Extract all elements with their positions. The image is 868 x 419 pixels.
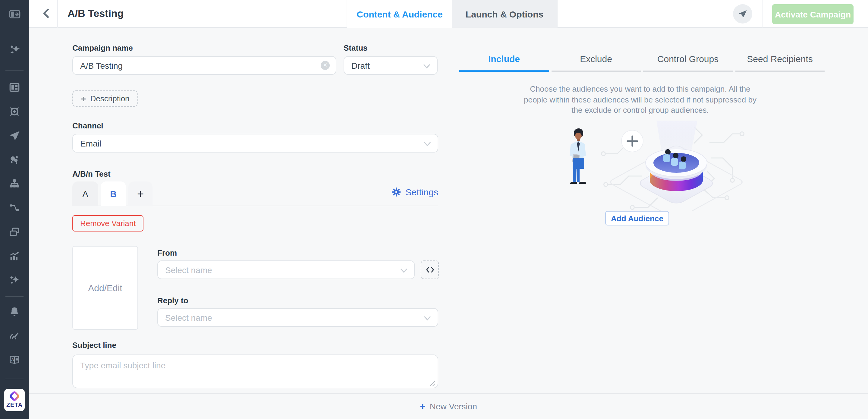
status-label: Status	[344, 43, 367, 53]
tab-seed-recipients[interactable]: Seed Recipients	[734, 45, 826, 72]
audience-illustration	[552, 121, 750, 211]
creative-add-edit[interactable]: Add/Edit	[72, 246, 138, 330]
variant-tab-b[interactable]: B	[101, 181, 126, 206]
tab-include[interactable]: Include	[458, 45, 550, 72]
tab-launch-options[interactable]: Launch & Options	[452, 0, 557, 28]
sidebar-divider	[5, 296, 24, 297]
campaign-name-input[interactable]	[72, 56, 336, 75]
new-version-button[interactable]: + New Version	[420, 401, 477, 412]
chevron-down-icon	[424, 316, 431, 321]
tab-content-audience[interactable]: Content & Audience	[347, 0, 452, 28]
add-variant-button[interactable]: +	[128, 181, 153, 206]
add-edit-label: Add/Edit	[88, 283, 122, 293]
target-icon[interactable]	[0, 102, 29, 121]
description-label: Description	[90, 94, 130, 103]
variant-tab-a[interactable]: A	[72, 181, 98, 206]
channel-value: Email	[80, 138, 101, 148]
gear-icon	[391, 187, 401, 197]
chevron-left-icon	[40, 7, 53, 19]
chevron-down-icon	[400, 268, 407, 273]
signal-icon[interactable]	[0, 327, 29, 345]
channel-select[interactable]: Email	[72, 134, 438, 152]
zeta-logo[interactable]: ZETA	[4, 389, 25, 411]
from-placeholder: Select name	[165, 265, 212, 275]
add-audience-button[interactable]: Add Audience	[605, 211, 669, 226]
channel-label: Channel	[72, 121, 103, 130]
paper-plane-icon[interactable]	[0, 127, 29, 145]
paper-plane-icon	[738, 9, 747, 19]
settings-link[interactable]: Settings	[391, 187, 438, 197]
audience-description: Choose the audiences you want to add to …	[524, 84, 756, 116]
sparkles-icon[interactable]	[0, 40, 29, 58]
settings-label: Settings	[406, 187, 438, 197]
cards-icon[interactable]	[0, 223, 29, 241]
header-divider	[762, 0, 763, 28]
status-value: Draft	[351, 61, 370, 70]
audience-icon[interactable]	[0, 151, 29, 169]
plus-icon: +	[81, 93, 86, 104]
dashboard-icon[interactable]	[0, 79, 29, 96]
variant-tabs: A B + Settings	[72, 181, 438, 206]
reply-to-label: Reply to	[157, 296, 188, 305]
activate-campaign-button[interactable]: Activate Campaign	[772, 4, 854, 24]
from-select[interactable]: Select name	[157, 261, 415, 279]
chevron-down-icon	[424, 142, 431, 147]
subject-line-label: Subject line	[72, 340, 116, 350]
new-version-label: New Version	[430, 401, 477, 411]
page-title: A/B Testing	[67, 0, 124, 28]
add-audience-plus-icon	[621, 130, 643, 152]
zeta-logo-text: ZETA	[6, 401, 23, 408]
footer: + New Version	[29, 393, 868, 419]
person-figure	[569, 128, 586, 184]
back-button[interactable]	[40, 7, 53, 21]
tab-exclude[interactable]: Exclude	[550, 45, 642, 72]
sidebar-divider	[5, 70, 24, 70]
bell-icon[interactable]	[0, 303, 29, 321]
plus-icon: +	[420, 401, 426, 412]
code-personalization-button[interactable]	[421, 261, 439, 279]
remove-variant-button[interactable]: Remove Variant	[72, 215, 144, 232]
sidebar-divider	[5, 379, 24, 379]
analytics-icon[interactable]	[0, 247, 29, 265]
campaign-name-label: Campaign name	[72, 43, 133, 53]
book-icon[interactable]: A	[0, 351, 29, 369]
app: A ZETA A/B Testing Content & Audience La…	[0, 0, 868, 419]
code-icon	[425, 266, 434, 274]
send-test-button[interactable]	[733, 4, 752, 24]
header: A/B Testing Content & Audience Launch & …	[29, 0, 868, 28]
from-label: From	[157, 248, 177, 258]
sidebar: A ZETA	[0, 0, 29, 419]
chevron-down-icon	[423, 64, 430, 69]
sparkles-icon[interactable]	[0, 271, 29, 289]
panel-toggle-icon[interactable]	[0, 5, 29, 23]
tab-control-groups[interactable]: Control Groups	[642, 45, 734, 72]
status-select[interactable]: Draft	[344, 56, 438, 75]
subject-line-input[interactable]	[72, 355, 438, 388]
header-tabs: Content & Audience Launch & Options	[347, 0, 558, 28]
add-description-button[interactable]: + Description	[72, 90, 138, 107]
header-divider	[57, 0, 58, 28]
zeta-diamond-icon	[8, 390, 21, 402]
abn-test-label: A/B/n Test	[72, 170, 111, 178]
journey-icon[interactable]	[0, 199, 29, 217]
audience-tabs: Include Exclude Control Groups Seed Reci…	[458, 45, 826, 72]
svg-text:A: A	[11, 358, 14, 362]
hierarchy-icon[interactable]	[0, 175, 29, 193]
reply-to-placeholder: Select name	[165, 312, 212, 322]
reply-to-select[interactable]: Select name	[157, 308, 438, 327]
clear-input-icon[interactable]: ✕	[321, 61, 330, 70]
